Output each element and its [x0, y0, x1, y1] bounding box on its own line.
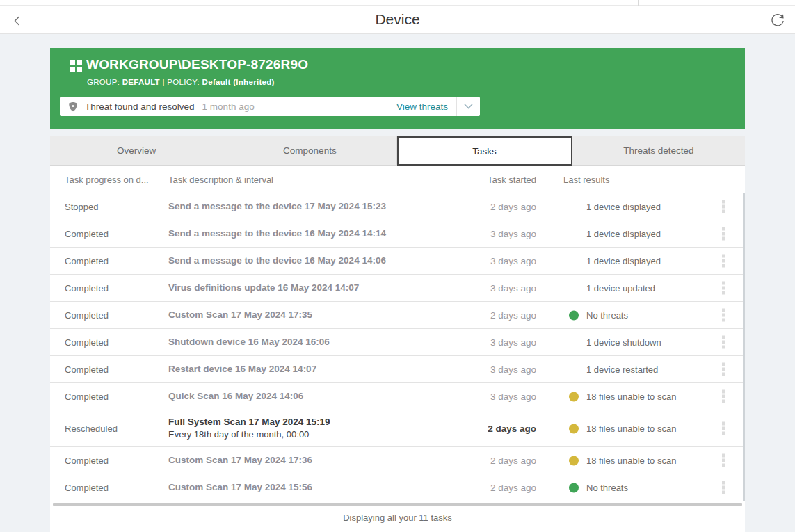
- task-description-title: Full System Scan 17 May 2024 15:19: [168, 416, 330, 428]
- row-menu-button[interactable]: [720, 280, 728, 297]
- view-threats-link[interactable]: View threats: [396, 102, 448, 112]
- page-title: Device: [0, 6, 795, 33]
- tab-bar: OverviewComponentsTasksThreats detected: [50, 136, 745, 166]
- task-started: 3 days ago: [490, 256, 536, 266]
- task-description: Shutdown device 16 May 2024 16:06: [168, 336, 330, 348]
- result-status-dot-icon: [569, 424, 579, 433]
- task-last-result: 1 device displayed: [586, 202, 661, 212]
- task-row: Completed Send a message to the device 1…: [50, 248, 745, 275]
- task-started: 2 days ago: [490, 483, 536, 493]
- row-menu-button[interactable]: [720, 361, 728, 378]
- task-last-result: 1 device displayed: [586, 256, 661, 266]
- tab-overview[interactable]: Overview: [50, 136, 223, 166]
- result-text: 1 device displayed: [586, 202, 661, 212]
- task-description: Restart device 16 May 2024 14:07: [168, 363, 316, 376]
- row-menu-button[interactable]: [720, 225, 728, 243]
- task-started: 3 days ago: [490, 283, 536, 293]
- task-description-title: Shutdown device 16 May 2024 16:06: [168, 336, 330, 348]
- result-text: 1 device displayed: [586, 256, 661, 266]
- task-description-title: Custom Scan 17 May 2024 15:56: [168, 481, 312, 494]
- tab-components[interactable]: Components: [223, 136, 396, 166]
- task-row: Completed Quick Scan 16 May 2024 14:06 3…: [50, 383, 745, 410]
- row-menu-button[interactable]: [720, 479, 728, 497]
- tab-threats-detected[interactable]: Threats detected: [572, 136, 745, 166]
- threat-alert-bar: Threat found and resolved 1 month ago Vi…: [60, 97, 480, 116]
- group-value: DEFAULT: [122, 78, 160, 86]
- refresh-icon: [770, 13, 785, 29]
- task-status: Completed: [65, 310, 109, 321]
- windows-logo-icon: [70, 60, 82, 72]
- task-status: Completed: [65, 229, 109, 239]
- task-status: Stopped: [65, 202, 98, 212]
- task-description: Custom Scan 17 May 2024 17:36: [168, 454, 312, 467]
- result-status-dot-icon: [569, 456, 579, 465]
- task-description: Send a message to the device 17 May 2024…: [168, 200, 386, 213]
- alert-text: Threat found and resolved: [85, 102, 195, 112]
- result-text: No threats: [586, 483, 628, 493]
- task-status: Completed: [65, 483, 109, 493]
- task-started: 3 days ago: [490, 337, 536, 348]
- task-started: 2 days ago: [490, 202, 536, 212]
- task-description-title: Virus definitions update 16 May 2024 14:…: [168, 282, 359, 294]
- task-last-result: 18 files unable to scan: [569, 456, 676, 466]
- result-text: 18 files unable to scan: [586, 456, 676, 466]
- task-last-result: No threats: [569, 483, 628, 493]
- task-status: Completed: [65, 337, 109, 348]
- task-started: 2 days ago: [490, 456, 536, 466]
- task-last-result: No threats: [569, 310, 628, 321]
- alert-time: 1 month ago: [202, 102, 255, 112]
- task-started: 3 days ago: [490, 229, 536, 239]
- shield-icon: [68, 102, 78, 112]
- task-description-title: Quick Scan 16 May 2024 14:06: [168, 390, 303, 403]
- task-row: Completed Restart device 16 May 2024 14:…: [50, 356, 745, 383]
- column-header-last-results[interactable]: Last results: [563, 174, 609, 184]
- alert-expand-button[interactable]: [457, 97, 480, 116]
- task-table-body: Stopped Send a message to the device 17 …: [50, 193, 745, 501]
- row-menu-button[interactable]: [720, 388, 728, 405]
- task-table-header: Task progress on d... Task description &…: [50, 166, 745, 193]
- task-last-result: 1 device displayed: [586, 229, 661, 239]
- policy-value: Default (Inherited): [202, 78, 275, 86]
- horizontal-scrollbar[interactable]: [53, 503, 742, 506]
- device-detail-panel: OverviewComponentsTasksThreats detected …: [50, 136, 745, 532]
- task-description: Send a message to the device 16 May 2024…: [168, 255, 386, 267]
- row-menu-button[interactable]: [720, 452, 728, 469]
- task-description-title: Custom Scan 17 May 2024 17:36: [168, 454, 312, 467]
- task-description-title: Send a message to the device 16 May 2024…: [168, 255, 386, 267]
- row-menu-button[interactable]: [720, 334, 728, 351]
- task-status: Completed: [65, 456, 109, 466]
- column-header-task-progress[interactable]: Task progress on d...: [65, 174, 149, 184]
- result-status-dot-icon: [569, 392, 579, 401]
- task-last-result: 18 files unable to scan: [569, 424, 676, 434]
- chevron-down-icon: [464, 104, 473, 109]
- device-meta: GROUP: DEFAULT | POLICY: Default (Inheri…: [87, 78, 275, 86]
- result-status-dot-icon: [569, 483, 579, 492]
- result-text: 18 files unable to scan: [586, 392, 676, 402]
- task-description: Virus definitions update 16 May 2024 14:…: [168, 282, 359, 294]
- row-menu-button[interactable]: [720, 307, 728, 324]
- row-menu-button[interactable]: [720, 198, 728, 216]
- task-row: Completed Custom Scan 17 May 2024 17:36 …: [50, 447, 745, 474]
- row-menu-button[interactable]: [720, 420, 728, 437]
- refresh-button[interactable]: [769, 12, 787, 30]
- task-last-result: 18 files unable to scan: [569, 392, 676, 402]
- vertical-scrollbar[interactable]: [743, 193, 745, 501]
- task-description-title: Restart device 16 May 2024 14:07: [168, 363, 316, 376]
- result-text: 18 files unable to scan: [586, 424, 676, 434]
- tab-tasks[interactable]: Tasks: [397, 136, 572, 166]
- row-menu-button[interactable]: [720, 252, 728, 270]
- device-name: WORKGROUP\DESKTOP-8726R9O: [86, 57, 308, 72]
- result-text: 1 device shutdown: [586, 337, 661, 348]
- task-row: Completed Virus definitions update 16 Ma…: [50, 275, 745, 302]
- result-text: 1 device restarted: [586, 364, 658, 375]
- task-row: Completed Send a message to the device 1…: [50, 220, 745, 248]
- task-description-title: Send a message to the device 17 May 2024…: [168, 200, 386, 213]
- task-description: Custom Scan 17 May 2024 15:56: [168, 481, 312, 494]
- task-description: Full System Scan 17 May 2024 15:19 Every…: [168, 416, 330, 441]
- policy-label: POLICY:: [167, 78, 200, 86]
- result-text: No threats: [586, 310, 628, 321]
- column-header-description[interactable]: Task description & interval: [168, 174, 273, 184]
- browser-top-strip: [0, 0, 795, 6]
- task-row: Completed Custom Scan 17 May 2024 17:35 …: [50, 302, 745, 329]
- column-header-task-started[interactable]: Task started: [488, 174, 536, 184]
